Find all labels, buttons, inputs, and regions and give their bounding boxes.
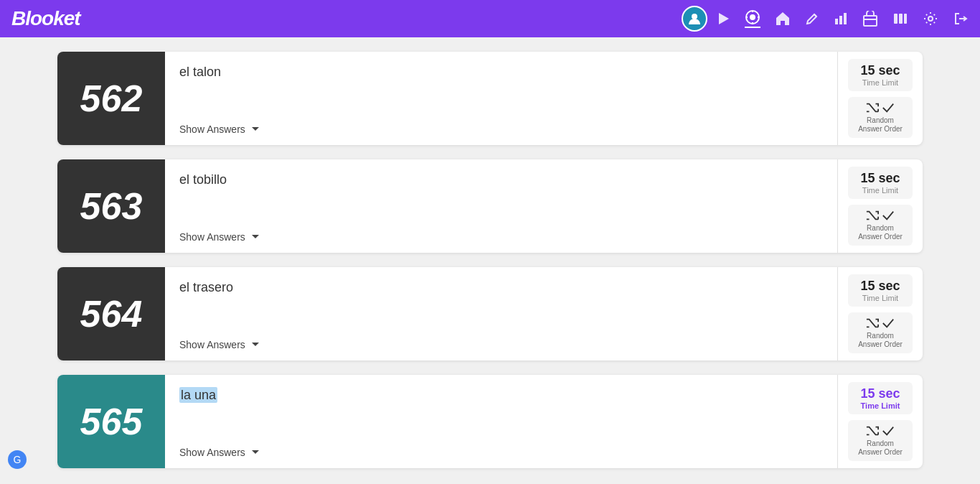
question-number-563: 563 [57, 159, 165, 253]
question-text-565: la una [179, 388, 823, 403]
time-label-564: Time Limit [858, 294, 903, 302]
question-card-565: 565 la una Show Answers 15 sec Time Limi… [57, 375, 923, 468]
answer-order-563: RandomAnswer Order [848, 205, 913, 246]
chevron-down-icon-564 [250, 339, 261, 350]
question-text-563: el tobillo [179, 172, 823, 187]
question-meta-563: 15 sec Time Limit RandomAnswer Order [837, 159, 923, 253]
highlighted-text-565: la una [179, 387, 217, 403]
svg-point-12 [928, 17, 933, 21]
time-label-565: Time Limit [858, 401, 903, 410]
time-label-562: Time Limit [858, 78, 903, 87]
svg-rect-7 [864, 16, 877, 26]
play-icon[interactable] [716, 11, 730, 26]
time-limit-563: 15 sec Time Limit [848, 167, 913, 199]
question-number-564: 564 [57, 267, 165, 360]
time-value-565: 15 sec [858, 386, 903, 401]
question-text-564: el trasero [179, 280, 823, 295]
answer-order-562: RandomAnswer Order [848, 97, 913, 138]
avatar [682, 6, 707, 32]
time-limit-564: 15 sec Time Limit [848, 274, 913, 307]
svg-rect-10 [899, 14, 903, 24]
answer-order-icons-565 [866, 424, 895, 437]
check-icon-563 [882, 209, 895, 222]
time-value-563: 15 sec [858, 171, 903, 186]
question-body-562: el talon Show Answers [165, 52, 837, 145]
question-meta-562: 15 sec Time Limit RandomAnswer Order [837, 52, 923, 145]
question-meta-565: 15 sec Time Limit RandomAnswer Order [837, 375, 923, 468]
shuffle-icon-563 [866, 209, 879, 222]
home-icon[interactable] [775, 11, 791, 27]
answer-order-icons-563 [866, 209, 895, 222]
answer-order-icons-562 [866, 101, 895, 114]
box-icon[interactable] [862, 11, 878, 27]
question-body-565: la una Show Answers [165, 375, 837, 468]
compass-icon[interactable] [745, 9, 760, 28]
shuffle-icon-564 [866, 317, 879, 330]
check-icon-564 [882, 317, 895, 330]
check-icon-562 [882, 101, 895, 114]
time-value-562: 15 sec [858, 63, 903, 78]
question-number-565: 565 [57, 375, 165, 468]
svg-rect-11 [904, 14, 907, 24]
svg-rect-6 [844, 13, 847, 24]
chart-icon[interactable] [834, 11, 848, 26]
chevron-down-icon-565 [250, 447, 261, 458]
answer-order-label-563: RandomAnswer Order [858, 224, 903, 241]
svg-point-0 [692, 14, 697, 19]
logo: Blooket [11, 7, 80, 30]
question-card-563: 563 el tobillo Show Answers 15 sec Time … [57, 159, 923, 253]
show-answers-label-562: Show Answers [179, 124, 245, 135]
shuffle-icon-562 [866, 101, 879, 114]
show-answers-button-564[interactable]: Show Answers [179, 339, 261, 350]
show-answers-label-564: Show Answers [179, 339, 245, 350]
time-limit-565: 15 sec Time Limit [848, 382, 913, 414]
header: Blooket [0, 0, 980, 37]
chevron-down-icon-562 [250, 124, 261, 135]
svg-rect-5 [839, 16, 842, 24]
show-answers-button-565[interactable]: Show Answers [179, 447, 261, 458]
show-answers-button-562[interactable]: Show Answers [179, 124, 261, 135]
answer-order-label-564: RandomAnswer Order [858, 332, 903, 349]
answer-order-icons-564 [866, 317, 895, 330]
answer-order-564: RandomAnswer Order [848, 312, 913, 353]
question-text-562: el talon [179, 65, 823, 80]
question-number-562: 562 [57, 52, 165, 145]
show-answers-label-565: Show Answers [179, 447, 245, 458]
svg-marker-1 [719, 13, 729, 24]
show-answers-label-563: Show Answers [179, 231, 245, 243]
check-icon-565 [882, 424, 895, 437]
answer-order-label-565: RandomAnswer Order [858, 439, 903, 457]
shuffle-icon-565 [866, 424, 879, 437]
answer-order-565: RandomAnswer Order [848, 420, 913, 461]
show-answers-button-563[interactable]: Show Answers [179, 231, 261, 243]
question-meta-564: 15 sec Time Limit RandomAnswer Order [837, 267, 923, 360]
header-nav [716, 9, 969, 28]
svg-rect-9 [894, 14, 897, 24]
question-body-563: el tobillo Show Answers [165, 159, 837, 253]
svg-point-3 [750, 15, 755, 19]
time-limit-562: 15 sec Time Limit [848, 59, 913, 91]
answer-order-label-562: RandomAnswer Order [858, 116, 903, 134]
time-label-563: Time Limit [858, 186, 903, 195]
svg-rect-4 [835, 19, 838, 24]
books-icon[interactable] [892, 11, 908, 27]
settings-icon[interactable] [923, 11, 938, 27]
questions-list: 562 el talon Show Answers 15 sec Time Li… [0, 37, 980, 484]
logout-icon[interactable] [953, 11, 969, 27]
question-body-564: el trasero Show Answers [165, 267, 837, 360]
question-card-564: 564 el trasero Show Answers 15 sec Time … [57, 267, 923, 360]
edit-icon[interactable] [805, 11, 819, 26]
question-card-562: 562 el talon Show Answers 15 sec Time Li… [57, 52, 923, 145]
translate-widget[interactable]: G [7, 450, 27, 470]
chevron-down-icon-563 [250, 231, 261, 243]
svg-text:G: G [14, 454, 22, 465]
time-value-564: 15 sec [858, 279, 903, 294]
